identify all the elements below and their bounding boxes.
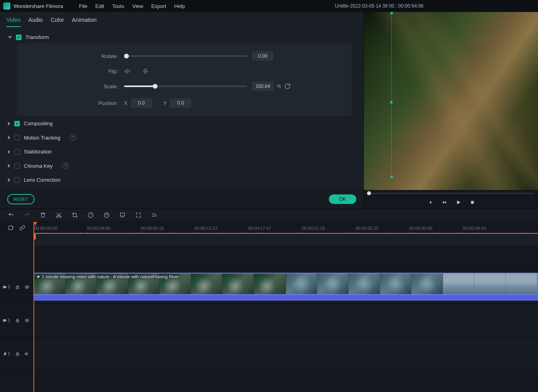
scale-label: Scale: [33,83,124,89]
redo-icon[interactable] [24,212,30,218]
transform-body: Rotate: Flip: Scale: % [17,43,352,116]
compositing-checkbox[interactable] [14,121,20,126]
properties-panel: Video Audio Color Animation Transform Ro… [0,12,364,208]
ruler-tick: 00:00:21:16 [302,226,325,231]
delete-icon[interactable] [40,212,46,218]
marker-track[interactable] [33,234,538,246]
eye-icon[interactable] [25,318,29,323]
reset-button[interactable]: RESET [7,194,35,204]
svg-point-4 [104,213,109,217]
compositing-header[interactable]: Compositing [8,117,352,130]
cut-icon[interactable] [56,212,62,218]
stabilization-checkbox[interactable] [14,149,20,155]
pos-y-input[interactable] [170,98,191,108]
lock-icon[interactable] [15,285,20,289]
audio-track-1[interactable] [33,337,538,371]
lens-correction-checkbox[interactable] [14,177,20,183]
lens-correction-header[interactable]: Lens Correction [8,174,352,186]
svg-rect-10 [16,287,19,289]
reset-scale-icon[interactable] [284,83,291,89]
stabilization-header[interactable]: Stabilization [8,146,352,158]
ok-button[interactable]: OK [329,194,356,204]
video-track-2-head: 2 [0,270,33,304]
rotate-slider[interactable] [124,55,247,57]
tab-color[interactable]: Color [50,17,64,27]
prev-frame-icon[interactable] [427,200,433,205]
tab-audio[interactable]: Audio [29,17,43,27]
video-clip[interactable]: 1 minute relaxing video with nature - A … [33,273,538,295]
preview-panel [364,12,538,208]
color-icon[interactable] [103,212,110,218]
video-track-2[interactable]: 1 minute relaxing video with nature - A … [33,270,538,304]
menu-export[interactable]: Export [147,3,170,9]
transform-header[interactable]: Transform [8,31,352,43]
ruler-tick: 00:00:08:18 [141,226,164,231]
chroma-key-checkbox[interactable] [14,163,20,169]
rotate-label: Rotate: [33,53,124,59]
video-track-1[interactable] [33,304,538,337]
menu-view[interactable]: View [128,3,147,9]
playhead[interactable] [33,222,34,392]
add-track-icon[interactable] [8,225,14,231]
play-icon[interactable] [456,200,461,205]
motion-tracking-label: Motion Tracking [24,135,60,141]
motion-tracking-checkbox[interactable] [14,135,20,140]
menu-help[interactable]: Help [170,3,189,9]
link-icon[interactable] [19,225,25,231]
preview-video[interactable] [364,12,538,190]
speaker-icon[interactable] [25,351,29,356]
flip-vertical-icon[interactable] [142,68,149,74]
scale-slider[interactable] [124,85,247,87]
help-icon[interactable]: ? [70,134,76,141]
stop-icon[interactable] [470,200,475,205]
transform-checkbox[interactable] [16,35,21,40]
clip-audio-strip[interactable] [33,295,538,301]
clip-title: 1 minute relaxing video with nature - A … [36,274,180,279]
empty-track[interactable] [33,246,538,270]
timeline: 2 1 1 00:00:00:00 00:00:04:09 00:00:08:1… [0,222,538,392]
svg-point-6 [107,214,107,215]
speed-icon[interactable] [87,212,94,218]
timeline-toolbar [0,208,538,222]
step-back-icon[interactable] [441,200,447,205]
chevron-right-icon [8,150,10,154]
svg-point-16 [6,354,6,355]
app-logo [3,2,10,10]
timeline-ruler[interactable]: 00:00:00:00 00:00:04:09 00:00:08:18 00:0… [33,222,538,234]
svg-point-5 [105,214,106,215]
ruler-tick: 00:00:17:07 [248,226,271,231]
scale-input[interactable] [252,82,274,91]
lock-icon[interactable] [15,351,20,356]
pos-x-input[interactable] [131,98,152,108]
menu-file[interactable]: File [75,3,91,9]
tab-animation[interactable]: Animation [72,17,97,27]
help-icon[interactable]: ? [62,163,68,169]
audio-track-1-head: 1 [0,337,33,371]
preview-handle[interactable] [390,101,392,103]
lens-correction-label: Lens Correction [24,177,60,183]
track-label: 2 [2,285,10,289]
lock-icon[interactable] [15,318,20,323]
track-label: 1 [2,318,10,323]
svg-rect-8 [9,226,12,229]
video-track-1-head: 1 [0,304,33,337]
menu-tools[interactable]: Tools [108,3,128,9]
rotate-input[interactable] [252,51,274,61]
green-screen-icon[interactable] [119,212,126,218]
flip-label: Flip: [33,68,124,74]
track-label: 1 [2,351,10,356]
chroma-key-header[interactable]: Chroma Key ? [8,159,352,172]
expand-icon[interactable] [135,212,142,218]
ruler-tick: 00:00:30:05 [409,226,432,231]
preview-scrubber[interactable] [364,190,538,196]
crop-icon[interactable] [72,212,78,218]
position-label: Position: [33,100,124,106]
settings-icon[interactable] [151,212,157,218]
motion-tracking-header[interactable]: Motion Tracking ? [8,131,352,144]
preview-crop-marker[interactable] [391,12,392,178]
menu-edit[interactable]: Edit [91,3,108,9]
eye-icon[interactable] [25,285,29,289]
flip-horizontal-icon[interactable] [124,68,130,74]
undo-icon[interactable] [8,212,14,218]
tab-video[interactable]: Video [6,17,21,27]
